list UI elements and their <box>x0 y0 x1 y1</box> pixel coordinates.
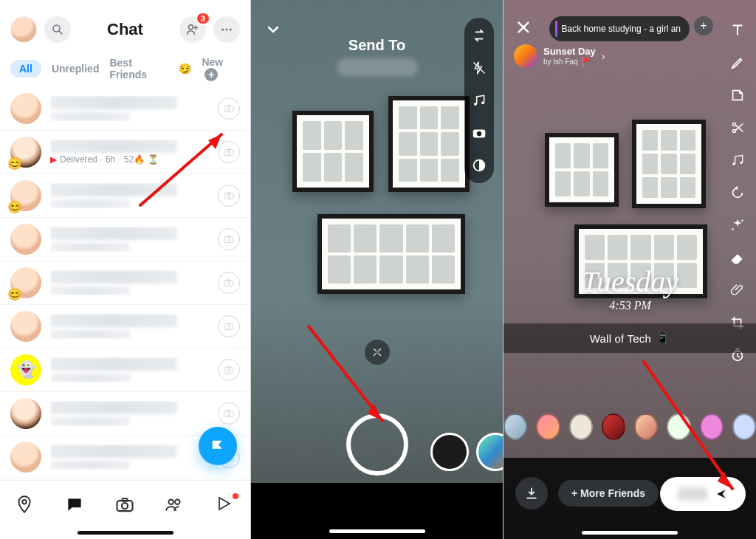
lens-item[interactable] <box>476 433 504 471</box>
filter-thumb[interactable] <box>602 413 625 440</box>
best-friend-emoji: 😊 <box>7 157 22 171</box>
row-camera-button[interactable] <box>218 228 240 250</box>
filter-all[interactable]: All <box>10 60 41 78</box>
chat-row[interactable] <box>0 305 250 349</box>
filter-thumb[interactable] <box>732 413 756 440</box>
music-button[interactable] <box>469 90 489 111</box>
recipient-redacted <box>337 58 418 76</box>
filter-thumb[interactable] <box>536 413 560 440</box>
more-button[interactable] <box>213 16 240 43</box>
filter-new[interactable]: New + <box>202 53 240 84</box>
filter-thumb[interactable] <box>667 413 690 440</box>
name-redacted <box>50 227 177 240</box>
my-avatar[interactable] <box>10 16 37 43</box>
caption-bar[interactable]: Wall of Tech 📱 <box>504 323 756 353</box>
row-camera-button[interactable] <box>218 141 240 163</box>
svg-point-47 <box>477 131 481 136</box>
music-pill[interactable]: Back home studying - a girl an <box>549 16 690 41</box>
back-button[interactable] <box>264 21 282 38</box>
swap-icon <box>471 27 487 44</box>
lens-carousel[interactable] <box>430 433 504 471</box>
chat-row[interactable]: 😊 <box>0 261 250 305</box>
send-recipient-redacted <box>678 487 707 501</box>
scissors-tool[interactable] <box>728 118 747 137</box>
row-camera-button[interactable] <box>218 315 240 337</box>
filter-thumb[interactable] <box>634 413 658 440</box>
new-chat-button[interactable] <box>199 427 237 465</box>
camera-tools <box>464 18 494 183</box>
eraser-tool[interactable] <box>728 248 747 267</box>
tab-chat[interactable] <box>65 495 86 515</box>
name-redacted <box>50 96 177 109</box>
chat-list: 😊 ▶ Delivered · 6h · 52🔥 ⏳ <box>0 87 250 480</box>
add-music-button[interactable]: + <box>694 16 713 35</box>
music-tool[interactable] <box>728 151 747 170</box>
send-button[interactable] <box>660 477 746 511</box>
night-mode-button[interactable] <box>469 155 489 176</box>
chat-row[interactable]: 😊 ▶ Delivered · 6h · 52🔥 ⏳ <box>0 131 250 174</box>
more-friends-button[interactable]: + More Friends <box>558 480 659 507</box>
row-camera-button[interactable] <box>218 97 240 120</box>
sticker-icon <box>729 87 746 103</box>
lens-item[interactable] <box>430 433 469 471</box>
chat-row[interactable] <box>0 87 250 131</box>
chat-row[interactable]: 👻 <box>0 349 250 392</box>
play-icon <box>215 495 233 512</box>
filter-emoji[interactable]: 😏 <box>179 60 191 78</box>
close-icon <box>515 19 532 35</box>
filter-tabs: All Unreplied Best Friends 😏 New + <box>0 50 250 92</box>
rewind-tool[interactable] <box>728 183 747 202</box>
row-camera-button[interactable] <box>218 402 240 425</box>
chat-row[interactable] <box>0 218 250 261</box>
swap-camera-button[interactable] <box>469 25 489 46</box>
geofilter-pill[interactable]: Sunset Day by Ish Faq🚩 › <box>514 44 605 68</box>
chat-row[interactable]: 😊 <box>0 174 250 218</box>
magic-tool[interactable] <box>728 216 747 235</box>
search-button[interactable] <box>44 16 71 43</box>
camera-icon <box>223 408 235 419</box>
attachment-tool[interactable] <box>728 281 747 300</box>
emoji: 😊 <box>7 200 22 214</box>
chevron-right-icon: › <box>602 50 605 62</box>
svg-point-54 <box>741 219 743 221</box>
sticker-tool[interactable] <box>728 86 747 105</box>
tab-spotlight[interactable] <box>215 495 236 515</box>
music-art-icon <box>555 21 557 37</box>
camera-icon <box>223 190 235 202</box>
tab-stories[interactable] <box>165 495 185 515</box>
draw-tool[interactable] <box>728 53 747 72</box>
flash-button[interactable] <box>469 58 489 78</box>
camera-icon <box>223 320 235 332</box>
svg-rect-20 <box>227 279 230 281</box>
text-tool[interactable] <box>728 21 747 40</box>
close-button[interactable] <box>515 19 532 35</box>
tab-camera[interactable] <box>114 495 135 515</box>
tab-map[interactable] <box>15 495 35 515</box>
filter-thumb[interactable] <box>569 413 593 440</box>
plus-icon: + <box>205 68 218 81</box>
sent-icon: ▶ <box>50 154 57 165</box>
row-camera-button[interactable] <box>218 185 240 207</box>
day-sticker[interactable]: Tuesday 4:53 PM <box>582 264 678 312</box>
svg-rect-8 <box>227 105 230 106</box>
name-redacted <box>50 183 177 196</box>
phone-emoji: 📱 <box>656 332 670 345</box>
name-redacted <box>50 444 177 458</box>
expand-button[interactable] <box>365 340 390 365</box>
save-button[interactable] <box>515 477 548 509</box>
camera-roll-button[interactable] <box>469 123 489 143</box>
row-camera-button[interactable] <box>218 359 240 381</box>
svg-point-2 <box>189 25 193 30</box>
add-friend-button[interactable]: 3 <box>179 16 206 43</box>
chat-icon <box>65 495 84 514</box>
camera-icon <box>223 103 235 114</box>
chevron-down-icon <box>264 21 282 38</box>
home-indicator <box>582 531 678 535</box>
filter-thumb[interactable] <box>504 413 527 440</box>
filter-unreplied[interactable]: Unreplied <box>52 60 100 78</box>
shutter-button[interactable] <box>346 413 408 476</box>
filter-strip[interactable] <box>504 413 756 440</box>
filter-thumb[interactable] <box>700 413 724 440</box>
row-camera-button[interactable] <box>218 272 240 294</box>
filter-best-friends[interactable]: Best Friends <box>109 54 168 83</box>
